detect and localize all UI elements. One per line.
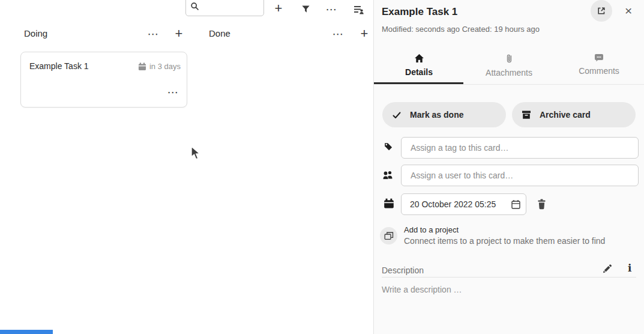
comment-icon	[594, 53, 604, 62]
toolbar-more-button[interactable]: ⋯	[324, 2, 339, 16]
tab-comments[interactable]: Comments	[554, 51, 644, 82]
column-done-more-button[interactable]: ⋯	[331, 26, 345, 41]
edit-description-button[interactable]	[599, 261, 615, 276]
calendar-picker-icon	[511, 199, 521, 210]
tag-icon	[383, 142, 394, 154]
mark-as-done-button[interactable]: Mark as done	[382, 102, 506, 127]
tab-details-label: Details	[405, 67, 433, 77]
archive-card-label: Archive card	[540, 110, 591, 120]
projects-icon	[384, 231, 394, 240]
add-to-project-button[interactable]	[380, 227, 397, 244]
card-more-button[interactable]: ⋯	[166, 85, 180, 99]
description-label: Description	[382, 266, 424, 275]
filter-button[interactable]	[298, 1, 313, 17]
user-input[interactable]	[402, 171, 638, 180]
column-doing-add-button[interactable]: +	[172, 26, 186, 41]
trash-icon	[537, 199, 547, 210]
due-date-icon	[384, 198, 394, 211]
add-to-project-title[interactable]: Add to a project	[404, 225, 459, 234]
app-window: + ⋯ Doing ⋯ + Example Task 1	[0, 0, 644, 334]
toolbar-add-button[interactable]: +	[271, 1, 286, 16]
tag-input[interactable]	[402, 143, 638, 153]
open-in-window-icon	[597, 6, 606, 16]
pencil-icon	[602, 264, 612, 274]
add-to-project-subtitle: Connect items to a project to make them …	[404, 236, 605, 246]
card-detail-panel: Example Task 1 Modified: seconds ago Cre…	[374, 0, 644, 334]
date-picker-button[interactable]	[508, 196, 523, 212]
accent-progress-bar	[0, 330, 53, 334]
due-date-input[interactable]: 20 October 2022 05:25	[401, 193, 526, 215]
task-card[interactable]: Example Task 1 in 3 days ⋯	[20, 52, 187, 108]
description-placeholder[interactable]: Write a description …	[382, 285, 462, 294]
card-title: Example Task 1	[29, 61, 89, 71]
search-input[interactable]	[202, 1, 262, 11]
list-person-icon	[354, 4, 364, 14]
archive-card-button[interactable]: Archive card	[512, 102, 636, 127]
tabs-baseline	[374, 84, 644, 85]
mark-as-done-label: Mark as done	[410, 110, 463, 120]
tab-comments-label: Comments	[579, 66, 619, 76]
paperclip-icon	[505, 53, 513, 64]
card-due-label: in 3 days	[149, 62, 181, 71]
column-done-add-button[interactable]: +	[357, 26, 372, 41]
description-info-button[interactable]: i	[624, 262, 634, 274]
calendar-icon	[138, 62, 146, 71]
mouse-cursor-icon	[190, 146, 202, 163]
archive-icon	[522, 110, 531, 120]
panel-tabs: Details Attachments	[374, 51, 644, 82]
tab-attachments-label: Attachments	[486, 68, 532, 77]
tag-input-container[interactable]	[401, 137, 639, 159]
close-panel-button[interactable]: ×	[621, 4, 634, 17]
search-input-container[interactable]	[185, 0, 264, 16]
due-date-value: 20 October 2022 05:25	[402, 199, 508, 209]
column-doing-more-button[interactable]: ⋯	[146, 26, 160, 41]
card-due-badge: in 3 days	[138, 62, 181, 71]
tab-details[interactable]: Details	[374, 51, 464, 82]
description-divider	[382, 277, 636, 278]
search-icon	[190, 2, 199, 11]
home-icon	[414, 53, 424, 63]
funnel-icon	[301, 5, 310, 14]
panel-card-meta: Modified: seconds ago Created: 19 hours …	[382, 25, 540, 34]
delete-due-date-button[interactable]	[534, 196, 549, 212]
column-title-doing: Doing	[24, 28, 47, 38]
column-title-done: Done	[209, 28, 230, 38]
tab-attachments[interactable]: Attachments	[464, 51, 554, 82]
users-icon	[382, 169, 394, 183]
assignee-filter-button[interactable]	[351, 1, 367, 17]
check-icon	[392, 111, 402, 120]
panel-card-title: Example Task 1	[382, 6, 457, 18]
user-input-container[interactable]	[401, 165, 639, 186]
open-in-window-button[interactable]	[591, 0, 612, 22]
